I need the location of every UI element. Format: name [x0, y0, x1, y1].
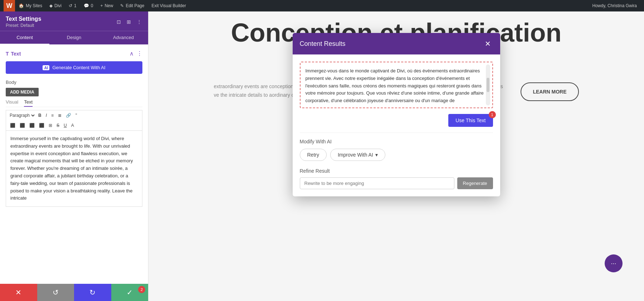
- paragraph-select[interactable]: Paragraph: [8, 113, 36, 118]
- save-btn[interactable]: ✓ 2: [111, 284, 148, 301]
- strikethrough-btn[interactable]: S: [55, 122, 61, 129]
- tab-advanced[interactable]: Advanced: [99, 31, 148, 44]
- text-icon: T: [6, 51, 9, 57]
- improve-btn[interactable]: Improve With AI ▾: [330, 149, 385, 161]
- tab-content[interactable]: Content: [0, 31, 49, 44]
- modal-body: Immergez-vous dans le monde captivant de…: [293, 54, 500, 196]
- improve-chevron-icon: ▾: [375, 152, 378, 158]
- link-btn[interactable]: 🔗: [64, 112, 73, 119]
- regenerate-btn[interactable]: Regenerate: [457, 177, 493, 189]
- panel-preset: Preset: Default: [6, 23, 41, 28]
- comments-count: 0: [91, 3, 93, 8]
- new-label: New: [104, 3, 113, 8]
- ai-icon: AI: [43, 65, 49, 70]
- section-collapse-btn[interactable]: ∧: [130, 50, 134, 57]
- add-media-btn[interactable]: ADD MEDIA: [6, 88, 39, 96]
- my-sites-menu[interactable]: 🏠 My Sites: [15, 0, 46, 11]
- generate-content-btn[interactable]: AI Generate Content With AI: [6, 61, 142, 74]
- italic-btn[interactable]: I: [44, 112, 49, 119]
- result-text-area[interactable]: Immergez-vous dans le monde captivant de…: [300, 62, 493, 108]
- updates-icon: ↺: [69, 3, 72, 8]
- modal-header: Content Results ✕: [293, 33, 500, 54]
- new-menu[interactable]: + New: [97, 0, 117, 11]
- color-btn[interactable]: A: [69, 122, 76, 129]
- ol-btn[interactable]: ≣: [56, 112, 63, 119]
- undo-icon: ↺: [53, 288, 59, 297]
- wp-logo[interactable]: W: [4, 0, 15, 11]
- refine-input[interactable]: [300, 177, 454, 189]
- modal-close-btn[interactable]: ✕: [483, 39, 493, 49]
- body-section: Body ADD MEDIA Visual Text Paragraph B I…: [6, 80, 142, 207]
- editor-toolbar: Paragraph B I ≡ ≣ 🔗 " ⬛ ⬛ ⬛ ⬛ ⊞ S U A: [6, 110, 142, 130]
- tab-design[interactable]: Design: [49, 31, 99, 44]
- ul-btn[interactable]: ≡: [49, 112, 55, 119]
- underline-btn[interactable]: U: [62, 122, 69, 129]
- modify-buttons: Retry Improve With AI ▾: [300, 149, 493, 161]
- comments-menu[interactable]: 💬 0: [80, 0, 97, 11]
- my-sites-label: My Sites: [26, 3, 42, 8]
- plus-icon: +: [100, 3, 103, 8]
- refine-title: Refine Result: [300, 168, 493, 174]
- editor-tab-visual[interactable]: Visual: [6, 99, 18, 107]
- main-layout: Text Settings Preset: Default ⊡ ⊞ ⋮ Cont…: [0, 11, 644, 301]
- panel-icon-btn-2[interactable]: ⊞: [126, 18, 132, 25]
- quote-btn[interactable]: ": [74, 112, 79, 119]
- align-right-btn[interactable]: ⬛: [28, 122, 36, 129]
- updates-menu[interactable]: ↺ 1: [65, 0, 80, 11]
- undo-btn[interactable]: ↺: [37, 284, 74, 301]
- panel-icon-btn-3[interactable]: ⋮: [136, 18, 142, 25]
- save-icon: ✓: [127, 288, 133, 297]
- generate-btn-label: Generate Content With AI: [52, 65, 105, 70]
- editor-content[interactable]: Immerse yourself in the captivating worl…: [6, 130, 142, 207]
- use-this-text-btn[interactable]: Use This Text 1: [448, 114, 493, 127]
- refine-input-row: Regenerate: [300, 177, 493, 189]
- table-btn[interactable]: ⊞: [47, 122, 54, 129]
- editor-tab-text[interactable]: Text: [24, 99, 33, 107]
- cancel-icon: ✕: [15, 288, 21, 297]
- right-content: Conception et planification d'événements…: [148, 11, 644, 301]
- modify-title: Modify With AI: [300, 139, 493, 144]
- section-menu-btn[interactable]: ⋮: [137, 50, 142, 57]
- panel-body: T Text ∧ ⋮ AI Generate Content With AI B…: [0, 44, 148, 284]
- edit-icon: ✎: [120, 3, 124, 8]
- panel-icon-btn-1[interactable]: ⊡: [116, 18, 122, 25]
- user-greeting: Howdy, Christina Gwira: [592, 3, 637, 8]
- section-title: T Text: [6, 51, 21, 57]
- exit-builder-label: Exit Visual Builder: [151, 3, 186, 8]
- panel-tabs: Content Design Advanced: [0, 31, 148, 44]
- align-justify-btn[interactable]: ⬛: [37, 122, 46, 129]
- redo-btn[interactable]: ↻: [74, 284, 111, 301]
- section-header: T Text ∧ ⋮: [6, 50, 142, 57]
- redo-icon: ↻: [89, 288, 96, 297]
- panel-header: Text Settings Preset: Default ⊡ ⊞ ⋮: [0, 11, 148, 31]
- panel-title: Text Settings: [6, 16, 41, 22]
- left-panel: Text Settings Preset: Default ⊡ ⊞ ⋮ Cont…: [0, 11, 148, 301]
- use-this-text-label: Use This Text: [455, 118, 486, 123]
- section-title-text: Text: [11, 51, 21, 57]
- retry-btn[interactable]: Retry: [300, 149, 327, 161]
- align-left-btn[interactable]: ⬛: [8, 122, 17, 129]
- modify-section: Modify With AI Retry Improve With AI ▾ R…: [300, 133, 493, 189]
- body-label: Body: [6, 80, 142, 85]
- divi-menu[interactable]: ◆ Divi: [46, 0, 65, 11]
- cancel-btn[interactable]: ✕: [0, 284, 37, 301]
- result-text: Immergez-vous dans le monde captivant de…: [306, 68, 484, 103]
- refine-section: Refine Result Regenerate: [300, 168, 493, 189]
- admin-bar-right: Howdy, Christina Gwira: [589, 0, 640, 11]
- admin-bar: W 🏠 My Sites ◆ Divi ↺ 1 💬 0 + New ✎ Edit…: [0, 0, 644, 11]
- use-text-row: Use This Text 1: [300, 114, 493, 130]
- modal-title: Content Results: [300, 40, 346, 48]
- exit-builder-menu[interactable]: Exit Visual Builder: [148, 0, 190, 11]
- modal-overlay: Content Results ✕ Immergez-vous dans le …: [148, 11, 644, 301]
- edit-page-menu[interactable]: ✎ Edit Page: [117, 0, 148, 11]
- edit-page-label: Edit Page: [126, 3, 144, 8]
- bold-btn[interactable]: B: [36, 112, 43, 119]
- align-center-btn[interactable]: ⬛: [18, 122, 27, 129]
- use-text-badge: 1: [489, 111, 496, 118]
- bottom-toolbar: ✕ ↺ ↻ ✓ 2: [0, 284, 148, 301]
- user-menu[interactable]: Howdy, Christina Gwira: [589, 0, 640, 11]
- divi-icon: ◆: [49, 3, 53, 8]
- save-badge: 2: [138, 286, 145, 293]
- content-results-modal: Content Results ✕ Immergez-vous dans le …: [293, 33, 500, 196]
- improve-btn-label: Improve With AI: [338, 152, 373, 158]
